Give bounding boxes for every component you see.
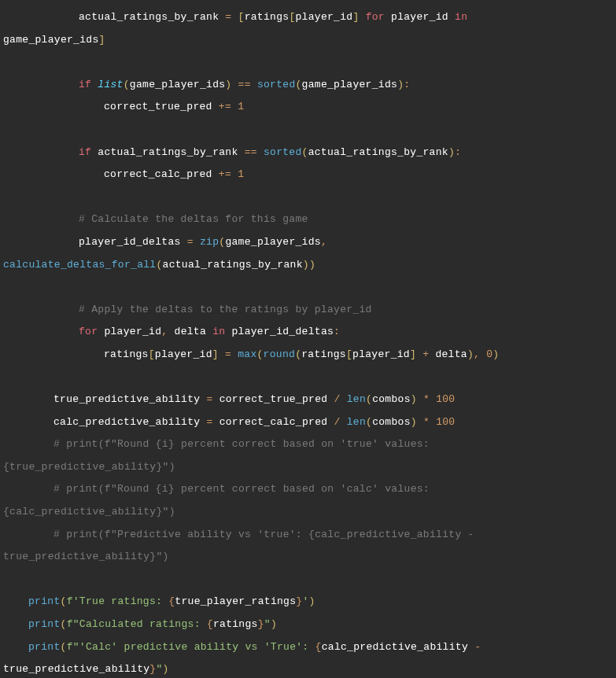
code-token: {calc_predictive_ability}") xyxy=(3,506,175,518)
code-token: print xyxy=(28,618,61,630)
code-token: : xyxy=(455,146,461,158)
code-token: correct_calc_pred xyxy=(104,168,219,180)
code-token: list xyxy=(98,79,123,90)
code-token: # Apply the deltas to the ratings by pla… xyxy=(79,304,372,315)
code-token: ( xyxy=(61,595,67,607)
code-line[interactable]: {true_predictive_ability}") xyxy=(0,456,616,479)
code-token: ) xyxy=(163,663,169,675)
code-token: player_id xyxy=(155,348,212,360)
code-token: in xyxy=(212,326,225,337)
code-token: ) xyxy=(411,416,417,428)
code-token: [ xyxy=(238,11,245,23)
code-line[interactable]: # Apply the deltas to the ratings by pla… xyxy=(0,299,616,322)
code-line[interactable]: for player_id, delta in player_id_deltas… xyxy=(0,321,616,344)
code-token: = xyxy=(206,393,212,405)
code-token xyxy=(194,236,200,248)
code-token: " xyxy=(156,663,162,675)
code-token xyxy=(251,79,257,90)
code-token: == xyxy=(238,79,251,90)
code-line[interactable]: ratings[player_id] = max(round(ratings[p… xyxy=(0,344,616,367)
code-token: if xyxy=(79,79,91,90)
code-token: len xyxy=(347,393,366,405)
code-token: # print(f"Round {i} percent correct base… xyxy=(53,483,430,495)
code-token: calculate_deltas_for_all xyxy=(3,259,156,271)
code-token: , xyxy=(321,236,327,248)
code-token: 100 xyxy=(436,393,455,405)
code-token: } xyxy=(258,618,264,630)
code-line[interactable] xyxy=(0,119,616,142)
code-token: delta xyxy=(429,348,467,360)
code-line[interactable]: if actual_ratings_by_rank == sorted(actu… xyxy=(0,142,616,164)
code-line[interactable]: # print(f"Round {i} percent correct base… xyxy=(0,433,616,456)
code-token: * xyxy=(423,393,430,405)
code-line[interactable]: # print(f"Round {i} percent correct base… xyxy=(0,478,616,501)
code-token: += xyxy=(219,168,231,180)
code-line[interactable] xyxy=(0,569,616,591)
code-token: [ xyxy=(149,348,155,360)
code-token: game_player_ids xyxy=(225,236,321,248)
code-token: ) xyxy=(411,393,417,405)
code-line[interactable]: if list(game_player_ids) == sorted(game_… xyxy=(0,74,616,97)
code-token: : xyxy=(404,79,410,90)
code-token: sorted xyxy=(264,146,302,158)
code-line[interactable] xyxy=(0,367,616,389)
code-token: combos xyxy=(372,393,411,405)
code-token: [ xyxy=(346,348,352,360)
code-token xyxy=(360,11,366,23)
code-token: game_player_ids xyxy=(3,34,99,46)
code-token: correct_calc_pred xyxy=(213,416,334,428)
code-token: ratings xyxy=(104,348,149,360)
code-token: ratings xyxy=(301,348,346,360)
code-line[interactable]: player_id_deltas = zip(game_player_ids, xyxy=(0,231,616,254)
code-line[interactable]: # Calculate the deltas for this game xyxy=(0,208,616,231)
code-token: ( xyxy=(302,146,308,158)
code-token: calc_predictive_ability xyxy=(53,416,206,428)
code-line[interactable]: print(f"'Calc' predictive ability vs 'Tr… xyxy=(0,636,616,659)
code-token xyxy=(231,348,238,360)
code-line[interactable]: true_predictive_ability}") xyxy=(0,546,616,569)
code-token: 100 xyxy=(436,416,455,428)
code-editor-viewport[interactable]: actual_ratings_by_rank = [ratings[player… xyxy=(0,6,616,678)
code-line[interactable] xyxy=(0,276,616,299)
code-token: ( xyxy=(61,618,67,630)
code-token xyxy=(257,146,264,158)
code-token xyxy=(219,348,225,360)
code-token: in xyxy=(455,11,467,23)
code-token: player_id xyxy=(98,326,161,337)
code-line[interactable]: calculate_deltas_for_all(actual_ratings_… xyxy=(0,254,616,277)
code-line[interactable]: correct_true_pred += 1 xyxy=(0,96,616,119)
code-line[interactable]: true_predictive_ability}") xyxy=(0,658,616,678)
code-line[interactable]: calc_predictive_ability = correct_calc_p… xyxy=(0,411,616,434)
code-line[interactable] xyxy=(0,51,616,74)
code-line[interactable]: print(f"Calculated ratings: {ratings}") xyxy=(0,614,616,636)
code-token: " xyxy=(264,618,271,630)
code-token: game_player_ids xyxy=(302,79,398,90)
code-line[interactable]: print(f'True ratings: {true_player_ratin… xyxy=(0,591,616,614)
code-line[interactable]: correct_calc_pred += 1 xyxy=(0,164,616,186)
code-line[interactable]: {calc_predictive_ability}") xyxy=(0,501,616,524)
code-line[interactable] xyxy=(0,186,616,209)
code-token xyxy=(430,416,436,428)
code-token: ' xyxy=(302,595,308,607)
code-line[interactable]: game_player_ids] xyxy=(0,29,616,52)
code-line[interactable]: # print(f"Predictive ability vs 'true': … xyxy=(0,524,616,547)
code-token: 1 xyxy=(238,101,244,112)
code-token: game_player_ids xyxy=(130,79,226,90)
code-token: ] xyxy=(212,348,219,360)
code-token: ( xyxy=(156,259,162,271)
code-line[interactable]: true_predictive_ability = correct_true_p… xyxy=(0,389,616,411)
code-token: combos xyxy=(372,416,411,428)
code-token: correct_true_pred xyxy=(213,393,334,405)
code-token: [ xyxy=(289,11,295,23)
code-token: / xyxy=(334,416,340,428)
code-token: player_id xyxy=(296,11,353,23)
code-line[interactable]: actual_ratings_by_rank = [ratings[player… xyxy=(0,6,616,29)
code-token: ( xyxy=(366,393,372,405)
code-token: sorted xyxy=(257,79,296,90)
code-token: ) xyxy=(467,348,474,360)
code-token: )) xyxy=(303,259,315,271)
code-token: actual_ratings_by_rank xyxy=(79,11,225,23)
code-token: f"Calculated ratings: xyxy=(67,618,207,630)
code-token xyxy=(231,79,238,90)
code-token: f"'Calc' predictive ability vs 'True': xyxy=(67,641,315,653)
